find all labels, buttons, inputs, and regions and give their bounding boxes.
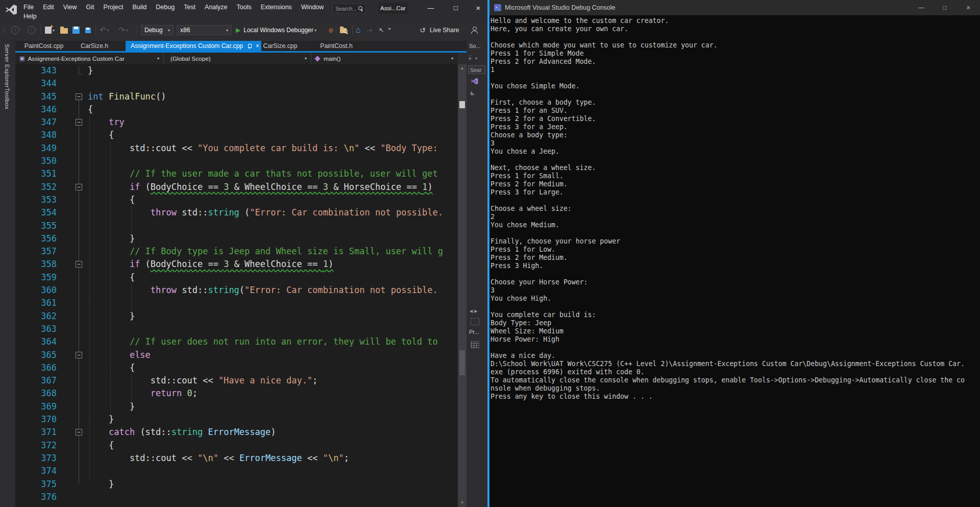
tab-paintcost-h[interactable]: PaintCost.h [310,41,362,51]
menu-analyze[interactable]: Analyze [204,2,228,12]
visual-studio-window: File Edit View Git Project Build Debug T… [0,0,489,507]
fold-toggle-icon[interactable]: − [76,93,82,100]
toolbar-grip[interactable] [2,26,5,34]
line-number: 344 [15,77,57,90]
console-close-button[interactable]: × [957,0,980,15]
split-window-icon[interactable]: + [468,55,472,62]
navigate-back-icon[interactable]: ‹ [11,22,19,38]
menu-edit[interactable]: Edit [42,2,55,12]
comment-icon[interactable]: ❞ [388,22,391,38]
code-line: 364 // If user does not run into an erro… [15,335,458,348]
find-in-files-icon[interactable] [340,22,348,38]
console-maximize-button[interactable]: □ [933,0,957,15]
redo-icon[interactable]: ↷▾ [118,22,128,38]
menu-test[interactable]: Test [183,2,196,12]
search-input[interactable]: Search... [332,4,366,13]
performance-profiler-icon[interactable] [329,22,333,38]
menu-git[interactable]: Git [86,2,95,12]
menu-help[interactable]: Help [23,11,37,21]
feedback-icon[interactable] [471,22,478,38]
cursor-tool-icon[interactable]: ↖ [379,22,384,38]
chevron-down-icon[interactable]: ▾ [475,56,477,61]
code-line: 350 [15,155,458,167]
collapsed-tab-properties[interactable]: Pr... [469,329,479,335]
menu-file[interactable]: File [23,2,34,12]
line-number: 374 [15,465,57,477]
new-project-icon[interactable]: ▾ [45,22,55,38]
code-line: 348 { [15,129,458,141]
editor-vertical-scrollbar[interactable]: ▲ ▼ [458,64,467,507]
code-line: 371− catch (std::string ErrorMessage) [15,426,458,439]
code-line: 370 } [15,413,458,426]
line-number: 346 [15,103,57,116]
close-button[interactable]: × [471,1,486,14]
solution-configuration-dropdown[interactable]: Debug▾ [141,25,174,35]
pin-icon[interactable] [247,43,252,49]
line-number: 356 [15,232,57,245]
left-tool-strip: Server Explorer Toolbox [0,41,15,507]
start-debugging-button[interactable]: ▶ Local Windows Debugger▾ [236,22,316,38]
toggle-icon[interactable]: ▫▾ [367,22,372,38]
vs-mini-logo-icon[interactable] [471,78,478,87]
navigate-forward-icon[interactable]: › [28,22,36,38]
line-number: 365 [15,349,57,361]
code-line: 376 [15,491,458,503]
minimize-button[interactable]: — [423,1,438,14]
scrollbar-thumb[interactable] [459,101,465,108]
fold-toggle-icon[interactable]: − [76,429,82,436]
line-number: 358 [15,258,57,271]
fold-toggle-icon[interactable]: − [76,184,82,190]
line-number: 360 [15,284,57,297]
menu-tools[interactable]: Tools [236,2,252,12]
tab-assignment-exceptions-custom-car-cpp[interactable]: Assignment-Exceptions Custom Car.cpp × [126,41,261,51]
member-dropdown[interactable]: main() ▾ [311,53,457,64]
line-number: 349 [15,142,57,155]
live-share-button[interactable]: Live Share [430,22,459,38]
sidebar-item-server-explorer[interactable]: Server Explorer [4,44,10,88]
console-output[interactable]: Hello and welcome to the custom car crea… [491,17,965,401]
code-editor[interactable]: 343}344345−int FinalFunc()346{347− try34… [15,64,458,507]
toolbar: ‹ › ▾ ↶▾ ↷▾ Debug▾ x86▾ ▶ Local Windows … [0,22,489,38]
project-dropdown[interactable]: ▣ Assignment-Exceptions Custom Car ▾ [15,53,164,64]
menu-extensions[interactable]: Extensions [260,2,292,12]
save-icon[interactable] [72,22,80,38]
menu-window[interactable]: Window [301,2,324,12]
tab-carsize-cpp[interactable]: CarSize.cpp [258,41,303,51]
solution-platform-dropdown[interactable]: x86▾ [177,25,232,35]
code-line: 355 [15,220,458,232]
scroll-down-icon[interactable]: ▼ [458,500,467,505]
line-number: 357 [15,245,57,258]
menu-debug[interactable]: Debug [155,2,175,12]
tab-paintcost-cpp[interactable]: PaintCost.cpp [15,41,72,51]
fold-toggle-icon[interactable]: − [76,119,82,126]
line-number: 350 [15,155,57,167]
menu-build[interactable]: Build [132,2,147,12]
panel-outline-icon[interactable] [471,318,479,325]
maximize-button[interactable]: □ [448,1,463,14]
code-line: 360 throw std::string("Error: Car combin… [15,284,458,297]
home-icon[interactable]: ⌂ [356,22,361,38]
line-number: 355 [15,220,57,232]
open-file-icon[interactable] [60,22,68,38]
collapsed-tab-search[interactable]: Sear [468,65,485,74]
tab-carsize-h[interactable]: CarSize.h [67,41,121,51]
live-share-icon[interactable]: ↺ [420,22,426,38]
sidebar-item-toolbox[interactable]: Toolbox [4,88,10,109]
code-line: 359 { [15,271,458,284]
scope-dropdown[interactable]: (Global Scope) ▾ [164,53,311,64]
fold-toggle-icon[interactable]: − [76,261,82,268]
menu-project[interactable]: Project [103,2,124,12]
save-all-icon[interactable] [83,22,91,38]
collapsed-tab-solution-explorer[interactable]: So... [469,43,481,49]
scroll-left-right-icons[interactable]: ◀▶ [470,309,479,313]
scroll-up-icon[interactable]: ▲ [458,66,467,70]
console-minimize-button[interactable]: — [910,0,933,15]
line-number: 368 [15,387,57,400]
code-line: 343} [15,64,458,77]
grid-panel-icon[interactable] [471,341,479,348]
menu-view[interactable]: View [63,2,78,12]
undo-icon[interactable]: ↶▾ [100,22,109,38]
code-line: 358− if (BodyChoice == 3 & WheelChoice =… [15,258,458,271]
fold-toggle-icon[interactable]: − [76,352,82,358]
debug-console-window: >_ Microsoft Visual Studio Debug Console… [489,0,980,507]
